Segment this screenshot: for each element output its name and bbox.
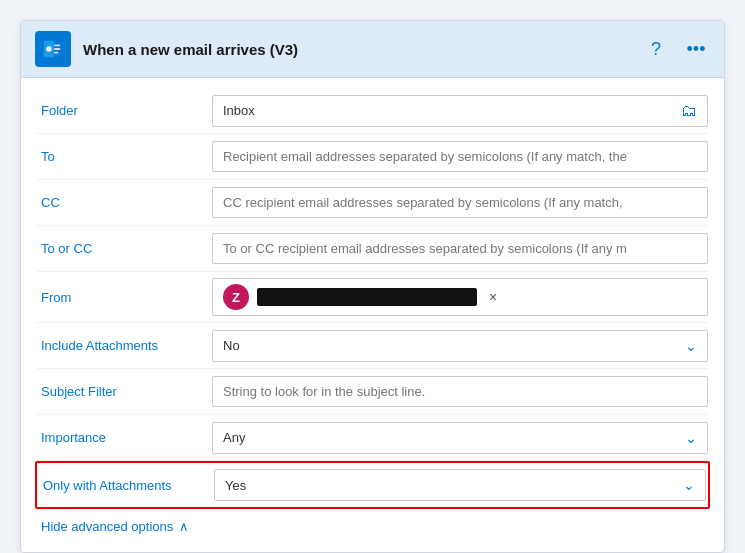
from-close-icon[interactable]: × [489,289,497,305]
svg-rect-3 [54,44,60,46]
more-icon: ••• [687,39,706,60]
more-options-button[interactable]: ••• [682,35,710,63]
include-attachments-value: No [223,338,685,353]
svg-rect-4 [54,48,60,50]
from-avatar: Z [223,284,249,310]
cc-control [212,187,708,218]
svg-rect-5 [54,52,59,54]
svg-point-2 [46,46,52,52]
to-or-cc-label: To or CC [37,241,212,256]
to-or-cc-input[interactable] [212,233,708,264]
to-or-cc-row: To or CC [37,226,708,272]
subject-filter-row: Subject Filter [37,369,708,415]
card-title: When a new email arrives (V3) [83,41,642,58]
hide-advanced-label: Hide advanced options [41,519,173,534]
folder-input[interactable] [223,103,681,118]
to-input[interactable] [212,141,708,172]
hide-advanced-chevron-icon: ∧ [179,519,189,534]
to-or-cc-control [212,233,708,264]
only-with-attachments-value: Yes [225,478,683,493]
from-row: From Z × [37,272,708,323]
importance-chevron-icon: ⌄ [685,430,697,446]
trigger-card: When a new email arrives (V3) ? ••• Fold… [20,20,725,553]
only-with-attachments-select[interactable]: Yes ⌄ [214,469,706,501]
folder-icon: 🗂 [681,102,697,120]
only-with-attachments-control: Yes ⌄ [214,469,706,501]
hide-advanced-button[interactable]: Hide advanced options ∧ [37,509,708,538]
importance-label: Importance [37,430,212,445]
folder-control: 🗂 [212,95,708,127]
only-with-attachments-chevron-icon: ⌄ [683,477,695,493]
help-button[interactable]: ? [642,35,670,63]
only-with-attachments-row: Only with Attachments Yes ⌄ [35,461,710,509]
importance-value: Any [223,430,685,445]
importance-control: Any ⌄ [212,422,708,454]
folder-row: Folder 🗂 [37,88,708,134]
cc-input[interactable] [212,187,708,218]
include-attachments-row: Include Attachments No ⌄ [37,323,708,369]
subject-filter-control [212,376,708,407]
importance-select[interactable]: Any ⌄ [212,422,708,454]
folder-input-wrap[interactable]: 🗂 [212,95,708,127]
header-actions: ? ••• [642,35,710,63]
only-with-attachments-label: Only with Attachments [39,478,214,493]
subject-filter-label: Subject Filter [37,384,212,399]
from-redacted-email [257,288,477,306]
outlook-icon [35,31,71,67]
subject-filter-input[interactable] [212,376,708,407]
include-attachments-control: No ⌄ [212,330,708,362]
to-control [212,141,708,172]
card-body: Folder 🗂 To CC To or CC [21,78,724,552]
include-attachments-chevron-icon: ⌄ [685,338,697,354]
card-header: When a new email arrives (V3) ? ••• [21,21,724,78]
folder-label: Folder [37,103,212,118]
include-attachments-select[interactable]: No ⌄ [212,330,708,362]
include-attachments-label: Include Attachments [37,338,212,353]
cc-row: CC [37,180,708,226]
help-icon: ? [651,39,661,60]
to-label: To [37,149,212,164]
from-control: Z × [212,278,708,316]
importance-row: Importance Any ⌄ [37,415,708,461]
from-label: From [37,290,212,305]
to-row: To [37,134,708,180]
cc-label: CC [37,195,212,210]
from-input-wrap[interactable]: Z × [212,278,708,316]
